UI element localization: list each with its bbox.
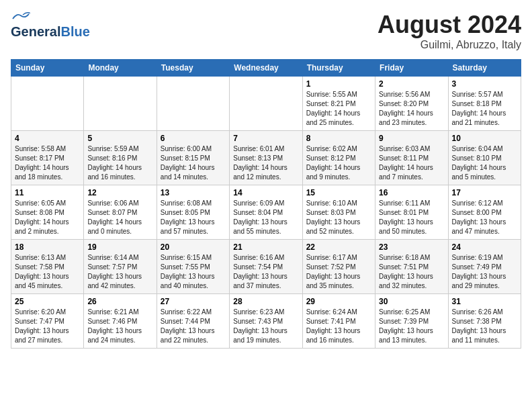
week-row-4: 18Sunrise: 6:13 AM Sunset: 7:58 PM Dayli… — [11, 240, 521, 294]
calendar-cell-3-2: 12Sunrise: 6:06 AM Sunset: 8:07 PM Dayli… — [84, 185, 157, 240]
weekday-header-sunday: Sunday — [11, 60, 84, 77]
day-number: 9 — [379, 134, 444, 143]
calendar-cell-2-1: 4Sunrise: 5:58 AM Sunset: 8:17 PM Daylig… — [11, 131, 84, 185]
calendar-cell-5-1: 25Sunrise: 6:20 AM Sunset: 7:47 PM Dayli… — [11, 294, 84, 349]
day-number: 8 — [306, 134, 371, 143]
calendar-cell-1-3 — [157, 77, 229, 131]
calendar-cell-5-2: 26Sunrise: 6:21 AM Sunset: 7:46 PM Dayli… — [84, 294, 157, 349]
day-info: Sunrise: 6:21 AM Sunset: 7:46 PM Dayligh… — [87, 308, 152, 345]
day-number: 12 — [87, 188, 152, 197]
day-info: Sunrise: 6:23 AM Sunset: 7:43 PM Dayligh… — [233, 308, 298, 345]
calendar-cell-4-2: 19Sunrise: 6:14 AM Sunset: 7:57 PM Dayli… — [84, 240, 157, 294]
day-info: Sunrise: 6:03 AM Sunset: 8:11 PM Dayligh… — [379, 144, 444, 182]
calendar-cell-1-7: 3Sunrise: 5:57 AM Sunset: 8:18 PM Daylig… — [448, 77, 521, 131]
day-number: 16 — [379, 188, 444, 197]
day-number: 13 — [161, 188, 226, 197]
title-block: August 2024 Guilmi, Abruzzo, Italy — [378, 11, 521, 51]
calendar-cell-5-5: 29Sunrise: 6:24 AM Sunset: 7:41 PM Dayli… — [302, 294, 375, 349]
calendar-cell-4-5: 22Sunrise: 6:17 AM Sunset: 7:52 PM Dayli… — [302, 240, 375, 294]
calendar-subtitle: Guilmi, Abruzzo, Italy — [378, 39, 521, 51]
day-number: 24 — [452, 242, 517, 252]
calendar-cell-2-7: 10Sunrise: 6:04 AM Sunset: 8:10 PM Dayli… — [448, 131, 521, 185]
day-number: 28 — [233, 297, 298, 306]
calendar-cell-1-1 — [11, 77, 84, 131]
day-number: 19 — [87, 242, 152, 252]
calendar-cell-2-5: 8Sunrise: 6:02 AM Sunset: 8:12 PM Daylig… — [302, 131, 375, 185]
calendar-cell-3-4: 14Sunrise: 6:09 AM Sunset: 8:04 PM Dayli… — [230, 185, 302, 240]
day-info: Sunrise: 6:24 AM Sunset: 7:41 PM Dayligh… — [306, 308, 371, 345]
day-number: 22 — [306, 242, 371, 252]
day-info: Sunrise: 5:56 AM Sunset: 8:20 PM Dayligh… — [379, 90, 444, 128]
weekday-header-thursday: Thursday — [302, 60, 375, 77]
day-number: 26 — [87, 297, 152, 306]
calendar-cell-3-1: 11Sunrise: 6:05 AM Sunset: 8:08 PM Dayli… — [11, 185, 84, 240]
day-info: Sunrise: 6:00 AM Sunset: 8:15 PM Dayligh… — [161, 144, 226, 182]
weekday-header-wednesday: Wednesday — [230, 60, 302, 77]
day-info: Sunrise: 5:58 AM Sunset: 8:17 PM Dayligh… — [15, 144, 80, 182]
day-info: Sunrise: 5:59 AM Sunset: 8:16 PM Dayligh… — [87, 144, 152, 182]
day-info: Sunrise: 6:06 AM Sunset: 8:07 PM Dayligh… — [87, 199, 152, 236]
day-info: Sunrise: 6:12 AM Sunset: 8:00 PM Dayligh… — [452, 199, 517, 236]
day-number: 31 — [452, 297, 517, 306]
calendar-cell-1-4 — [230, 77, 302, 131]
day-number: 20 — [161, 242, 226, 252]
day-number: 14 — [233, 188, 298, 197]
day-number: 10 — [452, 134, 517, 143]
day-info: Sunrise: 6:01 AM Sunset: 8:13 PM Dayligh… — [233, 144, 298, 182]
calendar-cell-4-1: 18Sunrise: 6:13 AM Sunset: 7:58 PM Dayli… — [11, 240, 84, 294]
day-info: Sunrise: 6:04 AM Sunset: 8:10 PM Dayligh… — [452, 144, 517, 182]
week-row-3: 11Sunrise: 6:05 AM Sunset: 8:08 PM Dayli… — [11, 185, 521, 240]
day-number: 27 — [161, 297, 226, 306]
day-number: 25 — [15, 297, 80, 306]
weekday-header-monday: Monday — [84, 60, 157, 77]
calendar-cell-2-6: 9Sunrise: 6:03 AM Sunset: 8:11 PM Daylig… — [375, 131, 448, 185]
day-info: Sunrise: 6:11 AM Sunset: 8:01 PM Dayligh… — [379, 199, 444, 236]
day-number: 7 — [233, 134, 298, 143]
calendar-cell-5-6: 30Sunrise: 6:25 AM Sunset: 7:39 PM Dayli… — [375, 294, 448, 349]
day-info: Sunrise: 6:20 AM Sunset: 7:47 PM Dayligh… — [15, 308, 80, 345]
day-info: Sunrise: 6:25 AM Sunset: 7:39 PM Dayligh… — [379, 308, 444, 345]
day-info: Sunrise: 6:09 AM Sunset: 8:04 PM Dayligh… — [233, 199, 298, 236]
day-number: 6 — [161, 134, 226, 143]
day-number: 23 — [379, 242, 444, 252]
weekday-header-row: SundayMondayTuesdayWednesdayThursdayFrid… — [11, 60, 521, 77]
day-info: Sunrise: 6:08 AM Sunset: 8:05 PM Dayligh… — [161, 199, 226, 236]
week-row-2: 4Sunrise: 5:58 AM Sunset: 8:17 PM Daylig… — [11, 131, 521, 185]
calendar-cell-2-2: 5Sunrise: 5:59 AM Sunset: 8:16 PM Daylig… — [84, 131, 157, 185]
calendar-cell-5-3: 27Sunrise: 6:22 AM Sunset: 7:44 PM Dayli… — [157, 294, 229, 349]
day-info: Sunrise: 5:57 AM Sunset: 8:18 PM Dayligh… — [452, 90, 517, 128]
logo-bird-icon — [11, 11, 31, 23]
logo-general: General — [11, 24, 60, 40]
calendar-cell-2-3: 6Sunrise: 6:00 AM Sunset: 8:15 PM Daylig… — [157, 131, 229, 185]
day-info: Sunrise: 5:55 AM Sunset: 8:21 PM Dayligh… — [306, 90, 371, 128]
day-info: Sunrise: 6:18 AM Sunset: 7:51 PM Dayligh… — [379, 253, 444, 291]
day-number: 2 — [379, 79, 444, 89]
calendar-cell-4-3: 20Sunrise: 6:15 AM Sunset: 7:55 PM Dayli… — [157, 240, 229, 294]
calendar-cell-3-5: 15Sunrise: 6:10 AM Sunset: 8:03 PM Dayli… — [302, 185, 375, 240]
calendar-cell-1-5: 1Sunrise: 5:55 AM Sunset: 8:21 PM Daylig… — [302, 77, 375, 131]
calendar-cell-1-2 — [84, 77, 157, 131]
day-info: Sunrise: 6:14 AM Sunset: 7:57 PM Dayligh… — [87, 253, 152, 291]
calendar-cell-5-7: 31Sunrise: 6:26 AM Sunset: 7:38 PM Dayli… — [448, 294, 521, 349]
week-row-5: 25Sunrise: 6:20 AM Sunset: 7:47 PM Dayli… — [11, 294, 521, 349]
day-info: Sunrise: 6:02 AM Sunset: 8:12 PM Dayligh… — [306, 144, 371, 182]
weekday-header-saturday: Saturday — [448, 60, 521, 77]
day-number: 15 — [306, 188, 371, 197]
calendar-cell-4-6: 23Sunrise: 6:18 AM Sunset: 7:51 PM Dayli… — [375, 240, 448, 294]
day-number: 18 — [15, 242, 80, 252]
day-info: Sunrise: 6:10 AM Sunset: 8:03 PM Dayligh… — [306, 199, 371, 236]
day-number: 5 — [87, 134, 152, 143]
day-info: Sunrise: 6:16 AM Sunset: 7:54 PM Dayligh… — [233, 253, 298, 291]
calendar-cell-3-3: 13Sunrise: 6:08 AM Sunset: 8:05 PM Dayli… — [157, 185, 229, 240]
calendar-cell-3-7: 17Sunrise: 6:12 AM Sunset: 8:00 PM Dayli… — [448, 185, 521, 240]
day-number: 4 — [15, 134, 80, 143]
day-info: Sunrise: 6:15 AM Sunset: 7:55 PM Dayligh… — [161, 253, 226, 291]
day-info: Sunrise: 6:05 AM Sunset: 8:08 PM Dayligh… — [15, 199, 80, 236]
day-number: 29 — [306, 297, 371, 306]
calendar-cell-5-4: 28Sunrise: 6:23 AM Sunset: 7:43 PM Dayli… — [230, 294, 302, 349]
weekday-header-tuesday: Tuesday — [157, 60, 229, 77]
day-info: Sunrise: 6:19 AM Sunset: 7:49 PM Dayligh… — [452, 253, 517, 291]
weekday-header-friday: Friday — [375, 60, 448, 77]
calendar-table: SundayMondayTuesdayWednesdayThursdayFrid… — [11, 59, 521, 349]
calendar-cell-4-7: 24Sunrise: 6:19 AM Sunset: 7:49 PM Dayli… — [448, 240, 521, 294]
